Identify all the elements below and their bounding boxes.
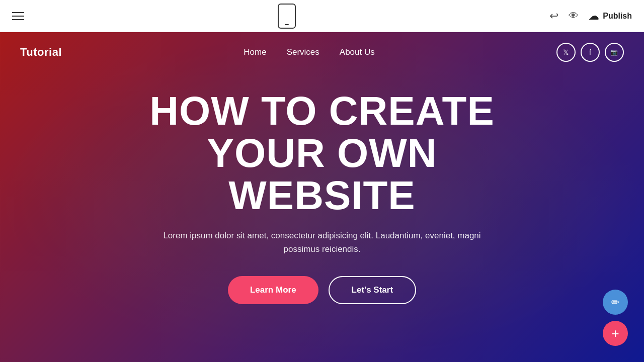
lets-start-button[interactable]: Let's Start xyxy=(329,276,416,304)
publish-label: Publish xyxy=(603,12,632,21)
nav-about[interactable]: About Us xyxy=(340,47,375,57)
nav-services[interactable]: Services xyxy=(287,47,319,57)
publish-button[interactable]: ☁ Publish xyxy=(589,10,632,22)
pencil-icon: ✏ xyxy=(611,296,620,308)
toolbar-center xyxy=(278,4,296,29)
hero-title: HOW TO CREATE YOUR OWN WEBSITE xyxy=(116,90,528,217)
site-nav-links: Home Services About Us xyxy=(244,47,374,57)
fab-pencil-button[interactable]: ✏ xyxy=(603,290,628,315)
hero-buttons: Learn More Let's Start xyxy=(116,276,528,304)
add-icon: + xyxy=(611,326,619,341)
facebook-icon[interactable]: f xyxy=(581,43,600,62)
site-social-icons: 𝕏 f 📷 xyxy=(556,43,624,62)
hero-subtitle: Lorem ipsum dolor sit amet, consectetur … xyxy=(146,229,498,256)
eye-icon[interactable]: 👁 xyxy=(569,10,579,22)
preview-area: Tutorial Home Services About Us 𝕏 f 📷 xyxy=(0,32,644,362)
nav-home[interactable]: Home xyxy=(244,47,266,57)
site-navbar: Tutorial Home Services About Us 𝕏 f 📷 xyxy=(0,32,644,72)
toolbar: ↩ 👁 ☁ Publish xyxy=(0,0,644,32)
hero-title-line2: YOUR OWN WEBSITE xyxy=(207,131,437,218)
fab-add-button[interactable]: + xyxy=(603,321,628,346)
undo-icon[interactable]: ↩ xyxy=(549,11,558,22)
fab-container: ✏ + xyxy=(603,290,628,346)
toolbar-left xyxy=(12,12,24,20)
instagram-icon[interactable]: 📷 xyxy=(605,43,624,62)
hero-title-line1: HOW TO CREATE xyxy=(149,88,495,133)
toolbar-right: ↩ 👁 ☁ Publish xyxy=(549,10,632,22)
hero-content: HOW TO CREATE YOUR OWN WEBSITE Lorem ips… xyxy=(96,90,548,304)
site-logo: Tutorial xyxy=(20,46,62,59)
publish-cloud-icon: ☁ xyxy=(589,10,599,22)
mobile-preview-icon[interactable] xyxy=(278,4,296,29)
hero-section: Tutorial Home Services About Us 𝕏 f 📷 xyxy=(0,32,644,362)
twitter-icon[interactable]: 𝕏 xyxy=(556,43,576,62)
learn-more-button[interactable]: Learn More xyxy=(228,276,318,304)
hamburger-icon[interactable] xyxy=(12,12,24,20)
